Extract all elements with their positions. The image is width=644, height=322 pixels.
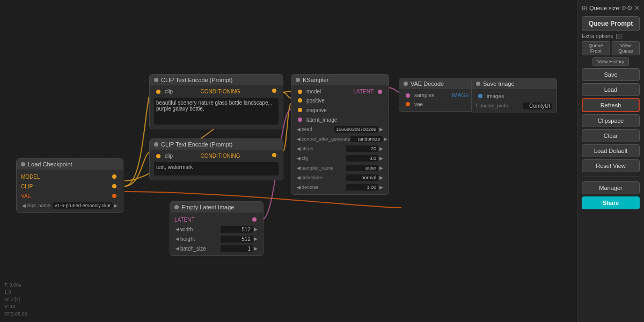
node-dot-3: [174, 205, 179, 209]
seed-left[interactable]: ◀: [296, 127, 302, 132]
node-row-model: MODEL: [17, 172, 123, 181]
clip-encode-1-text[interactable]: beautiful scenery nature glass bottle la…: [154, 98, 279, 125]
close-icon[interactable]: ✕: [634, 4, 640, 12]
status-bar: T: 0.00s 1.0 N: 7 [7] V: 14 FPS:05.06: [4, 282, 27, 318]
node-dot-5: [404, 82, 408, 86]
node-row-latent-image: latent_image: [291, 115, 389, 125]
node-row-cfg: ◀ cfg 8.0 ▶: [291, 153, 389, 163]
node-ksampler-header: KSampler: [291, 75, 389, 85]
connector-cond-out-2: [272, 153, 276, 157]
node-dot-6: [476, 82, 480, 86]
settings-icon[interactable]: ⚙: [627, 4, 633, 12]
node-dot-2: [154, 142, 158, 147]
node-save-image: Save Image images filename_prefix ComfyU…: [471, 78, 557, 113]
node-ksampler: KSampler model LATENT positive negat: [291, 74, 389, 195]
node-save-image-body: images filename_prefix ComfyUI: [472, 89, 557, 113]
steps-left[interactable]: ◀: [296, 146, 302, 151]
ckpt-left-arrow[interactable]: ◀: [21, 203, 27, 208]
conn-latent-out: [378, 90, 382, 94]
node-clip-encode-2-header: CLIP Text Encode (Prompt): [150, 139, 283, 150]
denoise-left[interactable]: ◀: [296, 185, 302, 190]
connector-model: [112, 174, 116, 179]
node-empty-latent: Empty Latent Image LATENT ◀ width 512 ▶ …: [170, 201, 264, 256]
node-empty-latent-body: LATENT ◀ width 512 ▶ ◀ height 512 ▶ ◀ ba…: [170, 213, 263, 255]
clear-button[interactable]: Clear: [582, 129, 640, 142]
node-row-positive: positive: [291, 96, 389, 105]
queue-header: ⊞ Queue size: 0 ⚙ ✕: [582, 4, 640, 12]
sampler-left[interactable]: ◀: [296, 165, 302, 171]
grid-icon: ⊞: [582, 4, 587, 12]
conn-latent-image: [298, 118, 302, 122]
queue-title: ⊞ Queue size: 0: [582, 4, 626, 12]
height-right[interactable]: ▶: [253, 236, 259, 241]
queue-front-view-row: Queue Front View Queue: [582, 41, 640, 55]
node-load-checkpoint: Load Checkpoint MODEL CLIP VAE ◀ ckpt_na…: [16, 158, 123, 213]
steps-right[interactable]: ▶: [378, 146, 384, 151]
view-history-button[interactable]: View History: [592, 57, 629, 66]
connector-vae: [112, 194, 116, 198]
refresh-button[interactable]: Refresh: [582, 98, 640, 112]
node-clip-encode-2: CLIP Text Encode (Prompt) clip CONDITION…: [149, 138, 283, 180]
connector-clip-in-1: [156, 90, 160, 94]
control-right[interactable]: ▶: [383, 136, 389, 142]
conn-vae-in: [406, 102, 410, 106]
seed-right[interactable]: ▶: [378, 127, 384, 132]
node-row-sampler: ◀ sampler_name euler ▶: [291, 163, 389, 173]
conn-negative: [298, 108, 302, 112]
node-row-steps: ◀ steps 20 ▶: [291, 144, 389, 153]
node-row-clip: CLIP: [17, 181, 123, 191]
node-row-width: ◀ width 512 ▶: [170, 224, 263, 234]
node-ksampler-body: model LATENT positive negative latent_im…: [291, 85, 389, 194]
conn-images-in: [478, 94, 482, 98]
load-default-button[interactable]: Load Default: [582, 144, 640, 157]
connector-latent-out: [252, 217, 257, 222]
clipspace-button[interactable]: Clipspace: [582, 114, 640, 127]
right-panel: ⊞ Queue size: 0 ⚙ ✕ Queue Prompt Extra o…: [577, 0, 644, 322]
node-row-images-in: images: [472, 91, 557, 101]
extra-options-checkbox[interactable]: [616, 34, 621, 39]
node-clip-encode-1-body: clip CONDITIONING beautiful scenery natu…: [150, 85, 283, 129]
batch-right[interactable]: ▶: [253, 246, 259, 251]
node-row-latent-out: LATENT: [170, 215, 263, 224]
ckpt-right-arrow[interactable]: ▶: [113, 203, 119, 208]
node-row-seed: ◀ seed 156680208700286 ▶: [291, 125, 389, 134]
node-row-negative: negative: [291, 105, 389, 115]
scheduler-left[interactable]: ◀: [296, 175, 302, 180]
node-row-height: ◀ height 512 ▶: [170, 234, 263, 244]
denoise-right[interactable]: ▶: [378, 185, 384, 190]
connector-clip: [112, 184, 116, 188]
sampler-right[interactable]: ▶: [378, 165, 384, 171]
control-left[interactable]: ◀: [296, 136, 302, 142]
width-left[interactable]: ◀: [174, 226, 180, 232]
node-empty-latent-header: Empty Latent Image: [170, 202, 263, 213]
canvas-area[interactable]: Load Checkpoint MODEL CLIP VAE ◀ ckpt_na…: [0, 0, 577, 322]
queue-prompt-button[interactable]: Queue Prompt: [582, 16, 640, 31]
view-queue-button[interactable]: View Queue: [612, 41, 640, 55]
connector-clip-in-2: [156, 154, 160, 158]
node-load-checkpoint-body: MODEL CLIP VAE ◀ ckpt_name v1-5-pruned-e…: [17, 170, 123, 213]
node-save-image-header: Save Image: [472, 78, 557, 89]
node-load-checkpoint-header: Load Checkpoint: [17, 159, 123, 170]
node-row-vae: VAE: [17, 191, 123, 201]
share-button[interactable]: Share: [582, 196, 640, 209]
batch-left[interactable]: ◀: [174, 246, 180, 251]
node-row-control: ◀ control_after_generate randomize ▶: [291, 134, 389, 144]
panel-divider: [582, 177, 640, 177]
scheduler-right[interactable]: ▶: [378, 175, 384, 180]
clip-encode-2-text[interactable]: text, watermark: [154, 162, 279, 175]
node-row-denoise: ◀ denoise 1.00 ▶: [291, 182, 389, 192]
reset-view-button[interactable]: Reset View: [582, 159, 640, 172]
conn-samples-in: [406, 93, 410, 98]
width-right[interactable]: ▶: [253, 226, 259, 232]
manager-button[interactable]: Manager: [582, 181, 640, 194]
load-button[interactable]: Load: [582, 83, 640, 96]
extra-options-row: Extra options: [582, 33, 640, 39]
connector-cond-out-1: [272, 89, 276, 93]
node-dot-4: [296, 78, 300, 82]
save-button[interactable]: Save: [582, 68, 640, 81]
height-left[interactable]: ◀: [174, 236, 180, 241]
conn-model-in: [298, 90, 302, 94]
queue-front-button[interactable]: Queue Front: [582, 41, 610, 55]
cfg-right[interactable]: ▶: [378, 156, 384, 161]
cfg-left[interactable]: ◀: [296, 156, 302, 161]
